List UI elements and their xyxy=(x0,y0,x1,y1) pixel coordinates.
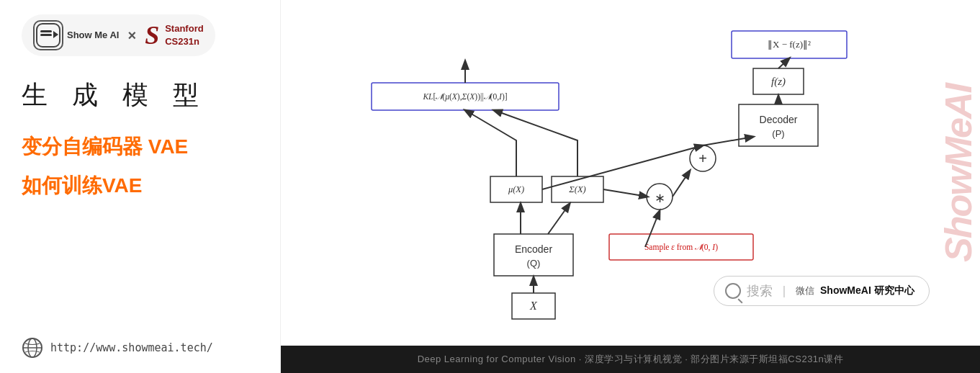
svg-text:μ(X): μ(X) xyxy=(507,184,523,194)
left-panel: Show Me AI × S StanfordCS231n 生 成 模 型 变分… xyxy=(0,0,281,373)
svg-line-33 xyxy=(548,204,570,234)
logo-area: Show Me AI × S StanfordCS231n xyxy=(22,14,215,56)
stanford-s-icon: S xyxy=(145,22,159,48)
stanford-logo: S StanfordCS231n xyxy=(145,22,203,48)
svg-text:Decoder: Decoder xyxy=(759,114,797,125)
showmeai-logo: Show Me AI xyxy=(33,20,119,50)
diagram-area: KL[𝒩(μ(X),Σ(X))||𝒩(0,I)] ‖X − f(z)‖² f(z… xyxy=(281,0,980,346)
footer-text: Deep Learning for Computer Vision · 深度学习… xyxy=(418,353,844,366)
right-panel: KL[𝒩(μ(X),Σ(X))||𝒩(0,I)] ‖X − f(z)‖² f(z… xyxy=(281,0,980,373)
link-url: http://www.showmeai.tech/ xyxy=(50,341,213,354)
stanford-label: StanfordCS231n xyxy=(165,22,203,48)
link-icon xyxy=(22,337,43,359)
watermark-text: ShowMeAI xyxy=(937,84,980,262)
svg-text:(Q): (Q) xyxy=(526,258,540,269)
svg-line-34 xyxy=(603,189,647,197)
main-title: 生 成 模 型 xyxy=(22,78,259,113)
svg-rect-13 xyxy=(739,104,818,146)
svg-marker-3 xyxy=(53,31,58,38)
svg-text:KL[𝒩(μ(X),Σ(X))||𝒩(0,I)]: KL[𝒩(μ(X),Σ(X))||𝒩(0,I)] xyxy=(422,92,507,102)
svg-line-38 xyxy=(778,58,789,68)
svg-text:f(z): f(z) xyxy=(771,76,786,88)
svg-text:Sample ε from 𝒩(0, I): Sample ε from 𝒩(0, I) xyxy=(644,243,717,252)
svg-rect-1 xyxy=(40,30,52,32)
watermark: ShowMeAI xyxy=(937,0,980,346)
subtitle1: 变分自编码器 VAE xyxy=(22,133,259,161)
footer-bar: Deep Learning for Computer Vision · 深度学习… xyxy=(281,346,980,373)
svg-text:Σ(X): Σ(X) xyxy=(568,184,585,194)
showmeai-label: Show Me AI xyxy=(67,30,119,42)
svg-rect-2 xyxy=(40,34,52,36)
svg-text:‖X − f(z)‖²: ‖X − f(z)‖² xyxy=(768,39,811,50)
svg-text:∗: ∗ xyxy=(654,191,665,205)
svg-text:X: X xyxy=(529,300,538,312)
showmeai-icon xyxy=(33,20,63,50)
vae-diagram: KL[𝒩(μ(X),Σ(X))||𝒩(0,I)] ‖X − f(z)‖² f(z… xyxy=(350,18,912,328)
svg-text:(P): (P) xyxy=(772,128,784,139)
subtitle2: 如何训练VAE xyxy=(22,172,259,199)
svg-text:+: + xyxy=(698,150,707,166)
bottom-link: http://www.showmeai.tech/ xyxy=(22,323,259,359)
svg-rect-24 xyxy=(494,234,573,276)
svg-text:Encoder: Encoder xyxy=(514,243,552,255)
x-separator: × xyxy=(127,27,136,44)
